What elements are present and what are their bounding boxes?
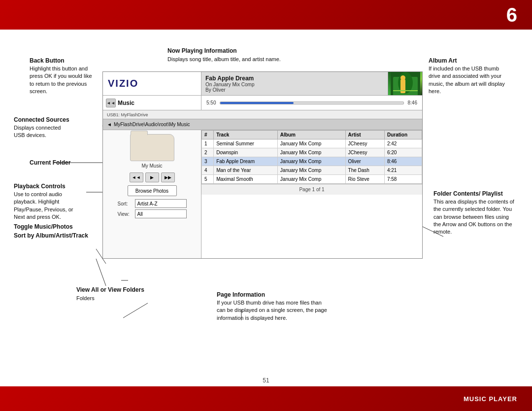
progress-bar-area: 5:50 8:46: [201, 100, 422, 105]
folder-label: My Music: [141, 163, 162, 169]
sort-row: Sort: Artist A-Z: [118, 199, 187, 208]
vizio-logo-area: VIZIO: [103, 72, 201, 95]
track-table: # Track Album Artist Duration 1Seminal S…: [201, 130, 422, 184]
col-num: #: [202, 131, 214, 139]
table-cell: January Mix Comp: [277, 139, 345, 148]
browse-photos-button[interactable]: Browse Photos: [128, 185, 177, 196]
album-art: [388, 72, 422, 95]
table-cell: Fab Apple Dream: [214, 157, 278, 166]
progress-total: 8:46: [408, 100, 417, 105]
table-row[interactable]: 1Seminal SummerJanuary Mix CompJCheesy2:…: [202, 139, 422, 148]
table-cell: January Mix Comp: [277, 166, 345, 175]
playback-controls: ◄◄ ▶ ▶▶: [130, 172, 175, 182]
svg-line-8: [96, 259, 106, 286]
table-row[interactable]: 4Man of the YearJanuary Mix CompThe Dash…: [202, 166, 422, 175]
now-playing-area: Fab Apple Dream On January Mix Comp By O…: [201, 72, 388, 95]
annotation-playback: Playback Controls Use to control audio p…: [14, 182, 85, 221]
view-value[interactable]: All: [135, 209, 187, 218]
table-cell: JCheesy: [345, 148, 384, 157]
music-label: Music: [118, 100, 134, 106]
chapter-number: 6: [506, 4, 517, 26]
sort-label: Sort:: [118, 201, 135, 206]
annotation-album-art: Album Art If included on the USB thumb d…: [429, 57, 507, 95]
path-text: MyFlashDrive\Audio\root\My Music: [114, 122, 190, 127]
play-pause-button[interactable]: ▶: [145, 172, 159, 182]
annotation-back-button: Back Button Highlight this button and pr…: [30, 57, 94, 95]
annotation-connected-sources: Connected Sources Displays connected USB…: [14, 116, 73, 139]
main-columns: My Music ◄◄ ▶ ▶▶ Browse Photos Sort: Art…: [103, 130, 422, 258]
annotation-view-all: View All or View Folders Folders: [76, 286, 144, 302]
next-button[interactable]: ▶▶: [161, 172, 175, 182]
music-row: ◄◄ Music 5:50 8:46: [103, 96, 422, 110]
annotation-now-playing: Now Playing Information Displays song ti…: [167, 47, 281, 63]
usb-row: USB1: MyFlashDrive: [103, 110, 422, 119]
table-cell: January Mix Comp: [277, 175, 345, 184]
table-cell: 2: [202, 148, 214, 157]
col-album: Album: [277, 131, 345, 139]
svg-point-16: [400, 75, 405, 80]
now-playing-title: Fab Apple Dream: [205, 75, 384, 82]
back-button[interactable]: ◄◄: [106, 99, 116, 107]
table-cell: January Mix Comp: [277, 157, 345, 166]
annotation-current-folder: Current Folder: [30, 159, 70, 167]
progress-current: 5:50: [206, 100, 216, 105]
progress-fill: [220, 102, 293, 104]
table-cell: 6:20: [384, 148, 422, 157]
top-bar: 6: [0, 0, 532, 30]
table-cell: JCheesy: [345, 139, 384, 148]
table-row[interactable]: 5Maximal SmoothJanuary Mix CompRio Steve…: [202, 175, 422, 184]
view-label: View:: [118, 211, 135, 217]
table-cell: Maximal Smooth: [214, 175, 278, 184]
table-cell: Rio Steve: [345, 175, 384, 184]
table-header-row: # Track Album Artist Duration: [202, 131, 422, 139]
table-cell: 8:46: [384, 157, 422, 166]
table-cell: 4: [202, 166, 214, 175]
path-bar: ◄ MyFlashDrive\Audio\root\My Music: [103, 119, 422, 130]
left-panel: My Music ◄◄ ▶ ▶▶ Browse Photos Sort: Art…: [103, 130, 201, 258]
annotation-sort: Sort by Album/Artist/Track: [14, 232, 88, 240]
table-row[interactable]: 3Fab Apple DreamJanuary Mix CompOliver8:…: [202, 157, 422, 166]
path-arrow-icon: ◄: [107, 122, 112, 127]
view-row: View: All: [118, 209, 187, 218]
table-cell: 5: [202, 175, 214, 184]
table-cell: 2:42: [384, 139, 422, 148]
bottom-bar: MUSIC PLAYER: [0, 386, 532, 411]
annotation-folder-contents: Folder Contents/ Playlist This area disp…: [433, 190, 515, 236]
ui-screenshot: VIZIO Fab Apple Dream On January Mix Com…: [102, 71, 423, 259]
table-cell: The Dash: [345, 166, 384, 175]
folder-tab: [131, 131, 148, 135]
table-cell: Downspin: [214, 148, 278, 157]
sort-value[interactable]: Artist A-Z: [135, 199, 187, 208]
annotation-toggle: Toggle Music/Photos: [14, 223, 73, 231]
table-cell: Oliver: [345, 157, 384, 166]
music-left: ◄◄ Music: [103, 96, 201, 110]
folder-icon: [130, 134, 174, 161]
table-cell: Man of the Year: [214, 166, 278, 175]
page-number: 51: [263, 377, 269, 384]
table-cell: Seminal Summer: [214, 139, 278, 148]
prev-button[interactable]: ◄◄: [130, 172, 143, 182]
table-cell: 1: [202, 139, 214, 148]
table-cell: 4:21: [384, 166, 422, 175]
track-list: # Track Album Artist Duration 1Seminal S…: [201, 130, 422, 258]
annotation-page-info: Page Information If your USB thumb drive…: [217, 291, 330, 322]
table-cell: 3: [202, 157, 214, 166]
album-art-image: [388, 72, 422, 95]
col-track: Track: [214, 131, 278, 139]
progress-bar: [220, 102, 403, 104]
now-playing-on: On January Mix Comp: [205, 82, 384, 87]
col-artist: Artist: [345, 131, 384, 139]
svg-line-9: [123, 303, 148, 318]
table-cell: 7:58: [384, 175, 422, 184]
usb-label: USB1: MyFlashDrive: [107, 112, 148, 117]
page-info: Page 1 of 1: [201, 184, 422, 195]
now-playing-by: By Oliver: [205, 87, 384, 93]
table-cell: January Mix Comp: [277, 148, 345, 157]
vizio-logo: VIZIO: [108, 78, 138, 89]
col-duration: Duration: [384, 131, 422, 139]
album-art-svg: [391, 72, 420, 95]
section-label: MUSIC PLAYER: [464, 395, 517, 403]
table-row[interactable]: 2DownspinJanuary Mix CompJCheesy6:20: [202, 148, 422, 157]
vizio-header: VIZIO Fab Apple Dream On January Mix Com…: [103, 72, 422, 96]
